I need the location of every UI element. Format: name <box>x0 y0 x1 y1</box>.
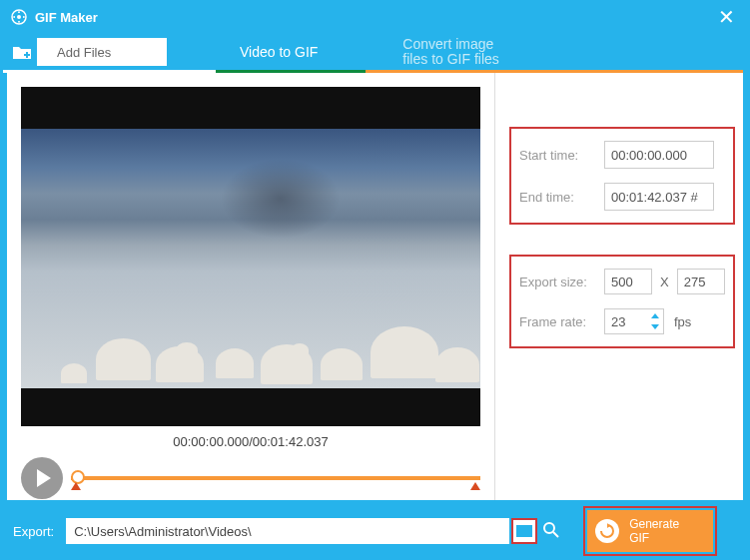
refresh-icon <box>595 519 619 543</box>
generate-gif-button[interactable]: Generate GIF <box>587 510 713 552</box>
preview-panel: 00:00:00.000/00:01:42.037 <box>7 73 495 500</box>
tab-video-label: Video to GIF <box>240 44 318 60</box>
timestamp-display: 00:00:00.000/00:01:42.037 <box>21 434 480 449</box>
export-settings-group: Export size: X Frame rate: fps <box>509 255 735 348</box>
time-settings-group: Start time: End time: <box>509 127 735 225</box>
tab-bar: Add Files Video to GIF Convert image fil… <box>3 31 747 73</box>
video-frame <box>21 129 480 388</box>
frame-rate-input-wrap <box>604 308 664 334</box>
export-path-input[interactable] <box>66 518 509 544</box>
search-button[interactable] <box>541 520 561 543</box>
spinner-down[interactable] <box>648 321 662 332</box>
frame-rate-spinner <box>648 310 662 332</box>
letterbox-top <box>21 87 480 129</box>
svg-point-2 <box>544 523 554 533</box>
generate-button-label: Generate GIF <box>629 517 679 546</box>
marker-end[interactable] <box>470 482 480 490</box>
add-files-label: Add Files <box>37 45 111 60</box>
play-button[interactable] <box>21 457 63 499</box>
letterbox-bottom <box>21 388 480 426</box>
generate-button-highlight: Generate GIF <box>583 506 717 556</box>
add-files-button[interactable]: Add Files <box>7 38 167 66</box>
height-input[interactable] <box>677 269 725 294</box>
tab-video-to-gif[interactable]: Video to GIF <box>220 31 338 73</box>
titlebar: GIF Maker ✕ <box>3 3 747 31</box>
settings-panel: Start time: End time: Export size: X Fra… <box>495 73 749 500</box>
tab-indicator-white <box>3 70 216 73</box>
folder-icon <box>516 525 532 537</box>
tab-convert-image[interactable]: Convert image files to GIF files <box>382 31 518 73</box>
end-time-label: End time: <box>519 190 604 205</box>
window-title: GIF Maker <box>35 10 714 25</box>
frame-rate-label: Frame rate: <box>519 314 604 329</box>
close-button[interactable]: ✕ <box>714 5 739 29</box>
tab-indicator-active <box>216 70 366 73</box>
export-size-label: Export size: <box>519 275 604 289</box>
spinner-up[interactable] <box>648 310 662 321</box>
timeline-slider[interactable] <box>71 476 480 480</box>
tab-indicator-orange <box>366 70 743 73</box>
frame-rate-input[interactable] <box>605 314 645 329</box>
play-icon <box>37 469 51 487</box>
start-time-input[interactable] <box>604 141 714 169</box>
svg-line-3 <box>553 532 558 537</box>
end-time-input[interactable] <box>604 183 714 211</box>
video-preview[interactable] <box>21 87 480 426</box>
fps-unit-label: fps <box>674 314 691 329</box>
content-area: 00:00:00.000/00:01:42.037 Start time: <box>7 73 743 500</box>
footer: Export: Generate GIF <box>3 504 747 558</box>
app-icon <box>11 9 27 25</box>
browse-button[interactable] <box>511 518 537 544</box>
width-input[interactable] <box>604 269 652 294</box>
size-separator: X <box>660 275 669 289</box>
player-controls <box>21 457 480 499</box>
tab-convert-label: Convert image files to GIF files <box>402 37 498 68</box>
add-files-icon <box>7 38 37 66</box>
export-label: Export: <box>13 524 54 539</box>
marker-start[interactable] <box>71 482 81 490</box>
start-time-label: Start time: <box>519 148 604 163</box>
svg-point-1 <box>17 15 21 19</box>
